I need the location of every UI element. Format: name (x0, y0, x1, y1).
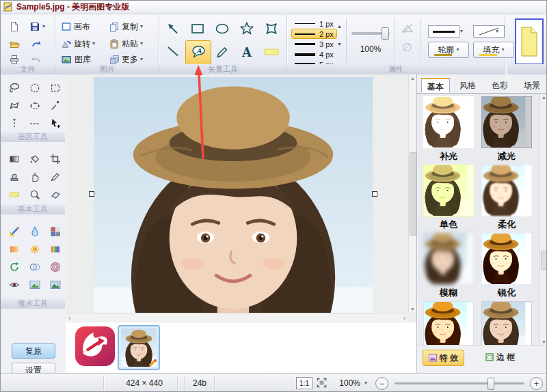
canvas-hscrollbar[interactable]: ‹ › (66, 313, 408, 322)
column-select-tool[interactable] (6, 115, 23, 132)
effects-scrollbar[interactable]: ▲ ▼ (539, 94, 547, 346)
tab-1[interactable]: 基本 (421, 78, 450, 93)
tab-4[interactable]: 场景 (518, 78, 546, 93)
fill-style-caret[interactable]: ▾ (496, 29, 498, 34)
effect-item[interactable]: 模糊 (423, 233, 474, 299)
fill-bucket-tool[interactable] (27, 151, 43, 167)
hand-tool[interactable] (27, 169, 43, 185)
canvas-area[interactable]: ‹ › ▲ ▼ (66, 74, 416, 322)
refresh-tool[interactable] (6, 259, 23, 275)
rect-select-tool[interactable] (47, 80, 64, 96)
filmstrip-photo-thumb-selected[interactable] (118, 325, 160, 370)
paste-button[interactable]: 粘贴▾ (109, 37, 143, 51)
effect-item[interactable]: 柔化 (481, 165, 532, 231)
effect-thumbnail[interactable] (423, 165, 474, 216)
photo-effect-tool-1[interactable] (27, 277, 43, 293)
zoom-slider-handle[interactable] (488, 378, 494, 390)
effect-item[interactable] (423, 301, 474, 346)
line-width-spin-down[interactable]: ▼ (335, 40, 344, 48)
rings-tool[interactable] (47, 259, 64, 275)
opacity-slider-handle[interactable] (382, 27, 389, 40)
open-button[interactable] (9, 37, 21, 51)
rotate-button[interactable]: 旋转▾ (61, 37, 95, 51)
color-blocks-tool[interactable] (47, 223, 64, 240)
line-width-option[interactable]: 3 px (291, 39, 337, 49)
page-style-button[interactable] (515, 18, 544, 65)
highlighter-swatch-tool[interactable] (6, 186, 23, 203)
outline-button[interactable]: 轮廓▾ (428, 42, 469, 58)
effect-item[interactable]: 单色 (423, 165, 474, 231)
highlight-tool[interactable] (261, 42, 282, 62)
star-tool[interactable] (236, 18, 258, 39)
selection-handle-right[interactable] (372, 191, 377, 197)
effects-scroll-thumb[interactable] (541, 251, 547, 270)
special-effects-button[interactable]: 特 效 (423, 350, 464, 366)
zoom-tool[interactable] (27, 186, 43, 203)
canvas-button[interactable]: 画布 (61, 20, 90, 33)
copy-button[interactable]: 复制▾ (109, 20, 143, 33)
rainbow-gradient-tool[interactable] (47, 241, 64, 257)
canvas-vscroll-thumb[interactable] (410, 152, 416, 236)
lasso-select-tool[interactable] (6, 80, 23, 96)
four-point-star-tool[interactable] (261, 18, 282, 39)
effect-thumbnail[interactable] (423, 96, 474, 148)
callout-text-tool[interactable]: A (185, 40, 211, 65)
effect-item[interactable]: 减光 (481, 96, 532, 163)
effect-thumbnail[interactable] (423, 233, 474, 285)
rectangle-tool[interactable] (187, 18, 209, 39)
sharpen-pencil-tool[interactable] (6, 223, 23, 240)
tab-2[interactable]: 风格 (453, 78, 482, 93)
fill-style-select[interactable] (473, 25, 505, 38)
magnetic-select-tool[interactable] (27, 98, 43, 114)
save-button[interactable]: ▾ (29, 20, 45, 33)
magic-wand-tool[interactable] (47, 98, 64, 114)
effect-thumbnail[interactable] (481, 233, 532, 285)
zoom-out-button[interactable]: − (375, 377, 388, 390)
effect-thumbnail[interactable] (481, 96, 532, 148)
line-width-option[interactable]: 2 px (291, 29, 337, 39)
selection-handle-left[interactable] (89, 191, 94, 197)
blur-drop-tool[interactable] (27, 223, 43, 240)
pencil-tool[interactable] (211, 42, 233, 62)
effect-thumbnail[interactable] (481, 165, 532, 216)
line-style-caret[interactable]: ▾ (460, 29, 463, 34)
zoom-actual-button[interactable]: 1:1 (296, 377, 312, 389)
filmstrip-logo-thumb[interactable] (75, 326, 115, 366)
redo-button[interactable] (31, 37, 42, 51)
effect-thumbnail[interactable] (481, 301, 532, 346)
eraser-tool[interactable] (47, 186, 64, 203)
restore-button[interactable]: 复原 (12, 344, 55, 359)
line-tool[interactable] (162, 42, 184, 62)
brightness-sun-tool[interactable] (27, 241, 43, 257)
line-width-option[interactable]: 1 px (291, 18, 337, 29)
effect-item[interactable]: 锐化 (481, 233, 532, 299)
zoom-in-button[interactable]: + (530, 377, 543, 390)
line-width-spin-up[interactable]: ▲ (335, 23, 344, 30)
new-file-button[interactable] (9, 20, 20, 33)
line-style-select[interactable] (428, 25, 459, 38)
tab-3[interactable]: 色彩 (485, 78, 514, 93)
text-tool[interactable]: A (236, 42, 258, 62)
ellipse-select-tool[interactable] (27, 80, 43, 96)
gradient-tool[interactable] (6, 151, 23, 167)
photo-effect-tool-2[interactable] (47, 277, 64, 293)
crop-tool[interactable] (47, 151, 64, 167)
polygon-select-tool[interactable] (6, 98, 23, 114)
fit-screen-button[interactable] (317, 378, 327, 388)
move-selection-tool[interactable] (47, 115, 64, 132)
ellipse-tool[interactable] (211, 18, 233, 39)
blend-circles-tool[interactable] (27, 259, 43, 275)
effect-item[interactable]: 补光 (423, 96, 474, 163)
row-select-tool[interactable] (27, 115, 43, 132)
orange-gradient-tool[interactable] (6, 241, 23, 257)
canvas-vscrollbar[interactable]: ▲ ▼ (408, 74, 416, 313)
photo-image[interactable] (94, 77, 373, 313)
effect-thumbnail[interactable] (423, 301, 474, 346)
zoom-slider-track[interactable] (395, 382, 524, 384)
effect-item[interactable] (481, 301, 532, 346)
zoom-level-caret[interactable]: ▾ (364, 380, 367, 386)
eyedropper-pen-tool[interactable] (47, 169, 64, 185)
line-width-option[interactable]: 4 px (291, 49, 337, 59)
arrow-tool[interactable] (162, 18, 184, 39)
red-eye-tool[interactable] (6, 277, 23, 293)
